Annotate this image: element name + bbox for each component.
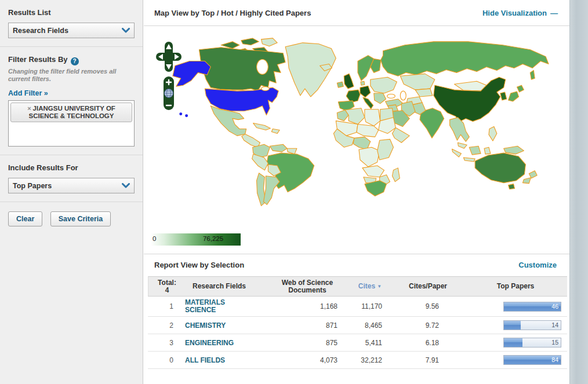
- research-field-link[interactable]: CHEMISTRY: [185, 322, 226, 330]
- total-header: Total: 4: [148, 277, 186, 296]
- filter-chip[interactable]: ×JIANGSU UNIVERSITY OF SCIENCE & TECHNOL…: [10, 103, 132, 122]
- country-italy[interactable]: [363, 97, 373, 109]
- region-balkans[interactable]: [374, 93, 386, 104]
- country-kazakhstan[interactable]: [400, 74, 434, 90]
- region-arctic-islands[interactable]: [261, 38, 277, 46]
- top-papers-bar[interactable]: 15: [503, 338, 561, 348]
- region-tasmania[interactable]: [509, 184, 515, 189]
- table-row: 3ENGINEERING8755,4116.1815: [148, 334, 567, 352]
- country-canada[interactable]: [199, 47, 285, 91]
- row-top-papers-cell: 84: [463, 355, 567, 365]
- country-greenland[interactable]: [285, 43, 336, 97]
- country-france[interactable]: [346, 90, 360, 103]
- chevron-down-icon: [122, 28, 130, 33]
- great-lakes: [261, 87, 269, 91]
- col-top-papers: Top Papers: [464, 281, 567, 292]
- research-field-link[interactable]: ALL FIELDS: [185, 357, 225, 364]
- report-header: Report View by Selection Customize: [144, 254, 569, 276]
- country-uk[interactable]: [344, 74, 354, 89]
- region-central-america[interactable]: [242, 134, 260, 147]
- region-java[interactable]: [463, 158, 475, 162]
- region-indochina[interactable]: [450, 118, 470, 142]
- customize-link[interactable]: Customize: [518, 261, 569, 269]
- region-new-guinea[interactable]: [504, 146, 524, 154]
- country-new-zealand[interactable]: [522, 178, 531, 184]
- chevron-down-icon: [122, 183, 130, 188]
- add-filter-link[interactable]: Add Filter »: [8, 89, 48, 97]
- region-caribbean[interactable]: [271, 129, 280, 133]
- remove-filter-icon[interactable]: ×: [27, 105, 31, 112]
- country-india[interactable]: [420, 108, 444, 138]
- row-rank: 0: [148, 356, 185, 364]
- country-japan[interactable]: [517, 85, 524, 92]
- country-usa-hawaii[interactable]: [185, 114, 188, 117]
- region-angola-zambia[interactable]: [362, 166, 384, 177]
- country-malaysia[interactable]: [458, 142, 467, 148]
- row-cites-per-paper: 9.72: [391, 321, 463, 330]
- top-papers-value: 84: [551, 356, 558, 363]
- row-cites: 5,411: [347, 339, 391, 347]
- page-scrollbar[interactable]: [569, 0, 588, 384]
- row-docs: 875: [266, 339, 347, 347]
- active-filters-box: ×JIANGSU UNIVERSITY OF SCIENCE & TECHNOL…: [8, 100, 135, 147]
- include-results-heading: Include Results For: [8, 163, 135, 172]
- region-horn-of-africa[interactable]: [392, 128, 409, 143]
- region-congo[interactable]: [359, 147, 380, 167]
- filter-heading: Filter Results By?: [8, 55, 135, 65]
- criteria-buttons: Clear Save Criteria: [0, 202, 143, 235]
- hide-visualization-link[interactable]: Hide Visualization—: [482, 9, 569, 17]
- region-sumatra[interactable]: [452, 149, 462, 157]
- country-argentina[interactable]: [263, 176, 280, 205]
- country-peru[interactable]: [252, 154, 268, 170]
- clear-button[interactable]: Clear: [8, 211, 42, 226]
- region-eastern-europe[interactable]: [371, 77, 397, 93]
- country-philippines[interactable]: [489, 127, 497, 141]
- country-mongolia[interactable]: [454, 81, 486, 91]
- row-cites: 8,465: [347, 321, 391, 330]
- top-papers-bar[interactable]: 14: [503, 320, 561, 330]
- top-papers-bar-fill: [504, 321, 521, 330]
- country-japan[interactable]: [509, 92, 519, 101]
- country-australia[interactable]: [475, 153, 525, 183]
- hudson-bay: [257, 60, 268, 75]
- research-field-link[interactable]: MATERIALS SCIENCE: [185, 299, 249, 314]
- country-madagascar[interactable]: [392, 168, 400, 182]
- results-list-select[interactable]: Research Fields: [8, 23, 135, 38]
- country-ireland[interactable]: [337, 82, 343, 87]
- country-south-korea[interactable]: [500, 92, 507, 100]
- country-libya[interactable]: [365, 109, 380, 126]
- legend-gradient-bar: [151, 233, 241, 246]
- col-cites-per-paper: Cites/Paper: [392, 281, 464, 292]
- region-arctic-islands[interactable]: [241, 38, 259, 45]
- country-venezuela[interactable]: [270, 144, 287, 152]
- include-results-select[interactable]: Top Papers: [8, 178, 135, 193]
- country-germany[interactable]: [360, 86, 371, 97]
- row-rank: 1: [148, 302, 185, 310]
- region-niger-chad[interactable]: [357, 125, 379, 137]
- region-sakhalin[interactable]: [530, 70, 535, 79]
- help-icon[interactable]: ?: [71, 57, 79, 65]
- row-rank: 3: [148, 339, 185, 347]
- region-sulawesi[interactable]: [484, 147, 491, 154]
- include-results-selected-value: Top Papers: [13, 182, 52, 190]
- region-borneo[interactable]: [469, 146, 481, 155]
- region-east-africa[interactable]: [378, 139, 394, 160]
- country-new-zealand[interactable]: [529, 171, 537, 178]
- top-papers-value: 15: [551, 339, 558, 346]
- save-criteria-button[interactable]: Save Criteria: [50, 211, 111, 226]
- sidebar: Results List Research Fields Filter Resu…: [0, 0, 143, 384]
- report-table: Total: 4 Research Fields Web of Science …: [148, 276, 567, 369]
- country-russia[interactable]: [381, 42, 549, 76]
- col-cites-sort[interactable]: Cites▼: [348, 281, 392, 292]
- filter-section: Filter Results By? Changing the filter f…: [0, 47, 143, 155]
- results-list-heading: Results List: [8, 8, 135, 17]
- country-denmark[interactable]: [361, 81, 365, 85]
- row-docs: 1,168: [266, 302, 347, 310]
- top-papers-bar[interactable]: 84: [503, 355, 561, 365]
- table-row: 1MATERIALS SCIENCE1,16811,1709.5646: [148, 297, 567, 317]
- legend-max-label: 76,225: [203, 235, 223, 242]
- top-papers-bar[interactable]: 46: [503, 302, 561, 312]
- research-field-link[interactable]: ENGINEERING: [185, 339, 234, 347]
- country-cuba[interactable]: [253, 123, 271, 130]
- region-central-asia[interactable]: [415, 89, 433, 97]
